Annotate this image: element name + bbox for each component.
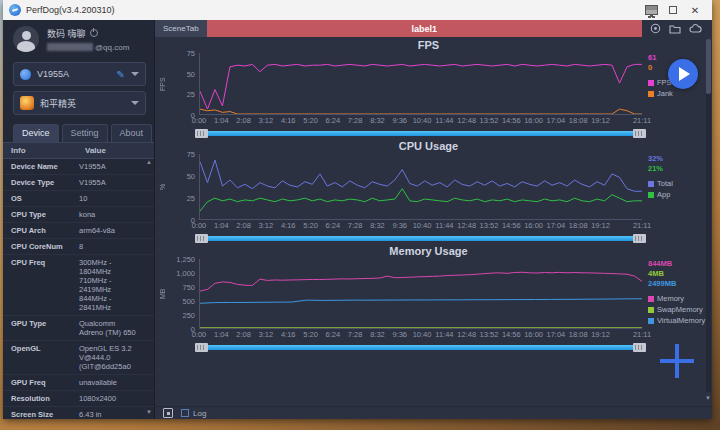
info-value: 6.43 in [77, 407, 154, 419]
info-value: OpenGL ES 3.2 V@444.0 (GIT@6dd25a0 [77, 341, 154, 374]
log-checkbox[interactable]: Log [181, 409, 206, 418]
app-select-value: 和平精英 [40, 97, 131, 110]
time-range-scrollbar[interactable] [195, 343, 646, 352]
scroll-down-arrow-icon[interactable]: ▼ [705, 395, 711, 401]
range-handle-left[interactable] [195, 129, 208, 138]
close-button[interactable]: ✕ [684, 2, 706, 18]
legend-item: Jank [648, 89, 704, 98]
range-handle-right[interactable] [633, 234, 646, 243]
info-label: GPU Freq [3, 375, 77, 390]
x-tick-label: 21:11 [633, 330, 651, 339]
user-email: @qq.com [47, 43, 129, 52]
perfdog-logo-icon [9, 4, 21, 16]
x-tick-label: 4:16 [281, 330, 296, 339]
range-handle-left[interactable] [195, 343, 208, 352]
maximize-button[interactable] [662, 2, 684, 18]
tab-scenetab[interactable]: SceneTab [155, 20, 207, 37]
plot-area [199, 53, 642, 115]
table-row: CPU Archarm64-v8a [3, 223, 154, 239]
range-bar[interactable] [208, 345, 633, 350]
table-scroll-down-icon[interactable]: ▼ [146, 409, 152, 415]
x-tick-label: 2:08 [236, 330, 251, 339]
table-row: Device NameV1955A [3, 159, 154, 175]
charts-panel: FPSFPS0255075610FPSJank0:001:042:083:124… [155, 37, 712, 406]
table-row: Screen Size6.43 in [3, 407, 154, 419]
info-label: OS [3, 191, 77, 206]
range-handle-left[interactable] [195, 234, 208, 243]
x-tick-label: 9:36 [392, 221, 407, 230]
table-scroll-up-icon[interactable]: ▲ [146, 159, 152, 165]
info-label: Device Type [3, 175, 77, 190]
maximize-icon [669, 6, 677, 14]
logout-power-icon[interactable] [90, 29, 98, 37]
avatar[interactable] [13, 26, 39, 52]
label1-tab[interactable]: label1 [207, 20, 642, 37]
x-tick-label: 13:52 [480, 116, 499, 125]
screen-share-icon[interactable] [640, 2, 662, 18]
tab-about[interactable]: About [111, 124, 153, 142]
x-tick-label: 2:08 [236, 116, 251, 125]
tab-setting[interactable]: Setting [62, 124, 108, 142]
cloud-icon[interactable] [689, 24, 702, 33]
window-title: PerfDog(v3.4.200310) [26, 5, 640, 15]
add-chart-plus-icon[interactable] [660, 344, 694, 378]
range-handle-right[interactable] [633, 343, 646, 352]
x-tick-label: 14:56 [502, 116, 521, 125]
plot-area [199, 154, 642, 220]
time-range-scrollbar[interactable] [195, 129, 646, 138]
x-tick-label: 17:04 [547, 221, 566, 230]
table-row: GPU TypeQualcomm Adreno (TM) 650 [3, 316, 154, 341]
main-area: SceneTab label1 FPSFPS0255075610FPSJank0… [155, 20, 712, 419]
legend-item: SwapMemory [648, 305, 704, 314]
x-tick-label: 21:11 [633, 221, 651, 230]
x-tick-label: 3:12 [259, 116, 274, 125]
x-tick-label: 13:52 [480, 330, 499, 339]
app-select[interactable]: 和平精英 [13, 91, 146, 115]
x-tick-label: 16:00 [524, 330, 543, 339]
y-tick-label: 1,250 [176, 255, 195, 264]
pin-icon[interactable] [650, 23, 661, 34]
x-tick-label: 17:04 [547, 330, 566, 339]
y-tick-label: 250 [182, 311, 195, 320]
current-value: 21% [648, 164, 704, 173]
legend-item: App [648, 190, 704, 199]
x-tick-label: 3:12 [259, 221, 274, 230]
stop-record-icon[interactable] [163, 408, 173, 418]
device-info-table: Info Value Device NameV1955ADevice TypeV… [3, 142, 154, 419]
info-label: CPU Arch [3, 223, 77, 238]
x-tick-label: 8:32 [370, 116, 385, 125]
x-tick-label: 16:00 [524, 116, 543, 125]
range-handle-right[interactable] [633, 129, 646, 138]
edit-pen-icon[interactable]: ✎ [117, 69, 125, 80]
sidebar-tabs: Device Setting About [13, 124, 146, 142]
user-name: 数码 嗨聊 [47, 27, 86, 40]
info-label: CPU Type [3, 207, 77, 222]
folder-icon[interactable] [669, 24, 681, 34]
y-tick-label: 1,000 [176, 269, 195, 278]
range-bar[interactable] [208, 236, 633, 241]
info-value: arm64-v8a [77, 223, 154, 238]
table-row: OS10 [3, 191, 154, 207]
legend-item: VirtualMemory [648, 316, 704, 325]
x-tick-label: 7:28 [348, 116, 363, 125]
y-tick-label: 750 [182, 283, 195, 292]
time-range-scrollbar[interactable] [195, 234, 646, 243]
x-tick-label: 5:20 [303, 116, 318, 125]
x-tick-label: 9:36 [392, 330, 407, 339]
table-row: GPU Frequnavailable [3, 375, 154, 391]
x-tick-label: 7:28 [348, 221, 363, 230]
info-value: 300MHz - 1804MHz 710MHz - 2419MHz 844MHz… [77, 255, 154, 315]
x-tick-label: 18:08 [569, 116, 588, 125]
legend-item: Total [648, 179, 704, 188]
tab-device[interactable]: Device [13, 124, 59, 142]
vertical-scrollbar[interactable]: ▼ [706, 39, 711, 392]
range-bar[interactable] [208, 131, 633, 136]
x-tick-label: 14:56 [502, 221, 521, 230]
play-button[interactable] [668, 59, 698, 89]
vertical-scroll-thumb[interactable] [706, 39, 711, 94]
device-select-value: V1955A [37, 69, 117, 79]
device-select[interactable]: V1955A ✎ [13, 62, 146, 86]
y-tick-label: 25 [187, 194, 195, 203]
scene-tab-bar: SceneTab label1 [155, 20, 712, 37]
x-tick-label: 14:56 [502, 330, 521, 339]
